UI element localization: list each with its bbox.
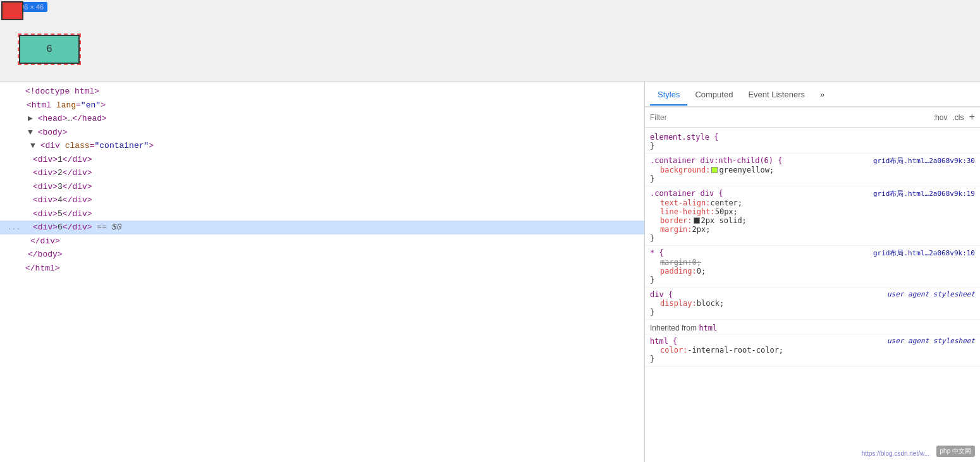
filter-plus-button[interactable]: + [969,112,975,123]
css-rule: div {user agent stylesheet display: bloc… [645,288,980,320]
css-rule-close: } [650,142,975,150]
html-line[interactable]: <html lang="en"> [0,99,644,112]
css-source[interactable]: grid布局.html…2a068v9k:30 [873,156,975,166]
preview-box-red [1,1,23,20]
styles-tab-»[interactable]: » [812,85,832,106]
styles-panel: StylesComputedEvent Listeners» :hov .cls… [645,82,980,462]
css-prop-name[interactable]: display: [660,299,697,308]
css-selector: * { [650,248,664,257]
css-prop-value[interactable]: 0; [697,267,706,276]
filter-input[interactable] [650,113,933,122]
css-rule-close: } [650,234,975,243]
css-selector: element.style { [650,133,718,142]
css-rule-close: } [650,174,975,183]
html-line[interactable]: ▼ <div class="container"> [0,139,644,153]
color-swatch [694,217,700,224]
css-prop-value[interactable]: greenyellow; [719,166,774,174]
css-source[interactable]: user agent stylesheet [887,290,975,298]
html-panel[interactable]: <!doctype html><html lang="en">▶ <head>…… [0,82,645,462]
css-rule-close: } [650,276,975,284]
styles-tab-event-listeners[interactable]: Event Listeners [740,85,812,106]
css-prop-value[interactable]: 2px; [692,225,711,234]
html-line[interactable]: <div>5</div> [0,207,644,221]
css-prop-name[interactable]: color: [660,346,687,355]
styles-tab-computed[interactable]: Computed [687,85,740,106]
css-source[interactable]: user agent stylesheet [887,337,975,345]
html-line[interactable]: ...<div>6</div> == $0 [0,221,644,234]
css-prop-value[interactable]: block; [697,299,724,308]
color-swatch [711,167,718,173]
css-rules: element.style {}.container div:nth-child… [645,128,980,462]
css-prop-line: line-height: 50px; [650,207,975,216]
line-content: <div>3</div> [25,181,644,193]
html-line[interactable]: <div>4</div> [0,193,644,207]
css-rule-header: .container div {grid布局.html…2a068v9k:19 [650,189,975,198]
css-rule-header: .container div:nth-child(6) {grid布局.html… [650,156,975,166]
css-prop-line: padding: 0; [650,267,975,276]
css-selector: .container div:nth-child(6) { [650,156,783,165]
css-rule: element.style {} [645,130,980,154]
preview-area: div 96 × 46 6 [0,0,980,82]
styles-tab-styles[interactable]: Styles [650,85,687,106]
css-prop-value[interactable]: 50px; [715,207,738,216]
css-rule: .container div {grid布局.html…2a068v9k:19 … [645,186,980,246]
html-line[interactable]: </html> [0,262,644,276]
css-prop-value[interactable]: 2px solid; [701,216,747,225]
css-prop-name[interactable]: background: [660,166,710,174]
css-prop-value[interactable]: center; [710,198,742,207]
line-prefix: ... [0,222,25,233]
css-prop-value[interactable]: 0; [692,258,701,267]
css-rule-header: html {user agent stylesheet [650,337,975,346]
css-prop-line: border:2px solid; [650,216,975,225]
html-line[interactable]: <!doctype html> [0,85,644,99]
html-line[interactable]: </body> [0,248,644,262]
filter-cls-button[interactable]: .cls [952,113,964,122]
css-rule-header: div {user agent stylesheet [650,290,975,299]
html-line[interactable]: ▶ <head>…</head> [0,112,644,126]
line-content: <div>6</div> == $0 [25,221,644,234]
css-selector: div { [650,290,673,299]
css-prop-value[interactable]: -internal-root-color; [687,346,783,355]
inherited-label: Inherited from html [645,320,980,334]
line-content: </div> [25,235,644,248]
html-line[interactable]: <div>1</div> [0,153,644,167]
inherited-from-element: html [699,324,717,332]
html-line[interactable]: <div>2</div> [0,166,644,180]
line-content: ▶ <head>…</head> [25,112,644,125]
url-bottom: https://blog.csdn.net/w... [862,450,929,457]
css-prop-line: display: block; [650,299,975,308]
css-prop-name[interactable]: padding: [660,267,697,276]
css-prop-name[interactable]: margin: [660,258,692,267]
html-line[interactable]: <div>3</div> [0,180,644,194]
html-line[interactable]: ▼ <body> [0,126,644,140]
css-prop-line: text-align: center; [650,198,975,207]
styles-tabs: StylesComputedEvent Listeners» [645,82,980,107]
css-prop-line: color: -internal-root-color; [650,346,975,355]
line-content: </body> [25,248,644,261]
line-content: <div>2</div> [25,167,644,179]
css-selector: .container div { [650,189,723,198]
line-content: ▼ <div class="container"> [25,140,644,152]
line-content: <div>1</div> [25,154,644,166]
css-rule: html {user agent stylesheet color: -inte… [645,334,980,367]
line-content: <div>5</div> [25,208,644,221]
line-content: <div>4</div> [25,194,644,207]
css-prop-name[interactable]: margin: [660,225,692,234]
css-source[interactable]: grid布局.html…2a068v9k:19 [873,189,975,198]
css-rule-close: } [650,308,975,317]
css-source[interactable]: grid布局.html…2a068v9k:10 [873,248,975,258]
css-rule: * {grid布局.html…2a068v9k:10 margin: 0; pa… [645,246,980,288]
php-badge: php 中文网 [936,446,975,457]
line-content: <html lang="en"> [25,99,644,112]
line-content: <!doctype html> [25,85,644,98]
filter-bar: :hov .cls + [645,107,980,128]
filter-hov-button[interactable]: :hov [933,113,948,122]
css-rule-close: } [650,355,975,363]
css-prop-name[interactable]: line-height: [660,207,715,216]
css-rule-header: element.style { [650,133,975,142]
line-content: ▼ <body> [25,126,644,139]
css-prop-name[interactable]: text-align: [660,198,710,207]
css-selector: html { [650,337,677,346]
html-line[interactable]: </div> [0,234,644,248]
css-prop-name[interactable]: border: [660,216,692,225]
